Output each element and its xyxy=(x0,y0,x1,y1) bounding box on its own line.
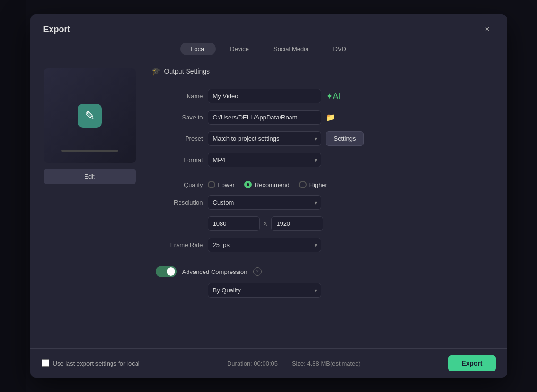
name-label: Name xyxy=(151,93,203,100)
resolution-row: Resolution Custom 1920×1080 1280×720 384… xyxy=(151,195,490,210)
edit-button[interactable]: Edit xyxy=(44,169,136,184)
close-button[interactable]: × xyxy=(481,23,494,36)
compression-mode-row: By Quality By Bitrate xyxy=(151,283,490,298)
quality-row: Quality Lower Recommend Higher xyxy=(151,181,490,188)
toggle-slider xyxy=(156,266,177,277)
tab-dvd[interactable]: DVD xyxy=(323,43,356,55)
folder-button[interactable]: 📁 xyxy=(326,113,335,122)
quality-label: Quality xyxy=(151,181,203,188)
preview-panel: ✎ Edit xyxy=(38,61,142,348)
tab-bar: Local Device Social Media DVD xyxy=(30,41,507,61)
quality-lower-option[interactable]: Lower xyxy=(208,181,235,188)
quality-recommend-option[interactable]: Recommend xyxy=(244,181,290,188)
format-select[interactable]: MP4 AVI MOV MKV GIF xyxy=(208,153,321,167)
dialog-overlay: Export × Local Device Social Media DVD ✎… xyxy=(0,0,537,392)
size-info: Size: 4.88 MB(estimated) xyxy=(292,360,361,367)
preview-icon: ✎ xyxy=(78,104,102,128)
output-settings-title: 🎓 Output Settings xyxy=(151,67,490,79)
quality-recommend-label: Recommend xyxy=(255,181,290,188)
dialog-body: ✎ Edit 🎓 Output Settings Name xyxy=(30,61,507,348)
last-export-settings-label[interactable]: Use last export settings for local xyxy=(42,359,140,367)
resolution-select-wrapper: Custom 1920×1080 1280×720 3840×2160 xyxy=(208,195,321,210)
resolution-select[interactable]: Custom 1920×1080 1280×720 3840×2160 xyxy=(208,195,321,210)
export-button[interactable]: Export xyxy=(448,355,495,371)
save-to-row: Save to 📁 xyxy=(151,110,490,125)
last-export-settings-checkbox[interactable] xyxy=(42,359,49,367)
footer-info: Duration: 00:00:05 Size: 4.88 MB(estimat… xyxy=(147,360,441,367)
advanced-compression-label: Advanced Compression xyxy=(182,268,247,275)
output-settings-icon: 🎓 xyxy=(151,67,161,76)
preset-row: Preset Match to project settings Custom … xyxy=(151,131,490,146)
save-to-input[interactable] xyxy=(208,110,321,125)
question-mark: ? xyxy=(256,269,258,274)
duration-info: Duration: 00:00:05 xyxy=(227,360,278,367)
tab-local[interactable]: Local xyxy=(180,43,216,55)
preview-progress-bar xyxy=(61,150,118,152)
quality-higher-label: Higher xyxy=(309,181,327,188)
quality-radio-group: Lower Recommend Higher xyxy=(208,181,327,188)
compression-mode-select[interactable]: By Quality By Bitrate xyxy=(208,283,321,298)
quality-higher-option[interactable]: Higher xyxy=(299,181,327,188)
quality-lower-label: Lower xyxy=(218,181,235,188)
help-icon[interactable]: ? xyxy=(253,267,262,276)
resolution-height-input[interactable] xyxy=(271,216,323,231)
frame-rate-label: Frame Rate xyxy=(151,241,203,248)
preset-select-wrapper: Match to project settings Custom YouTube… xyxy=(208,131,321,146)
dialog-header: Export × xyxy=(30,14,507,41)
format-label: Format xyxy=(151,156,203,163)
quality-higher-radio[interactable] xyxy=(299,181,307,188)
quality-lower-radio[interactable] xyxy=(208,181,215,188)
advanced-compression-toggle[interactable] xyxy=(156,266,177,277)
advanced-compression-row: Advanced Compression ? xyxy=(156,266,490,277)
frame-rate-select[interactable]: 25 fps 24 fps 30 fps 60 fps xyxy=(208,238,321,252)
quality-recommend-radio[interactable] xyxy=(244,181,252,188)
settings-button[interactable]: Settings xyxy=(326,131,364,146)
frame-rate-row: Frame Rate 25 fps 24 fps 30 fps 60 fps xyxy=(151,238,490,252)
preset-select[interactable]: Match to project settings Custom YouTube… xyxy=(208,131,321,146)
format-row: Format MP4 AVI MOV MKV GIF xyxy=(151,153,490,167)
settings-panel: 🎓 Output Settings Name ✦AI Save to xyxy=(142,61,500,348)
folder-icon: 📁 xyxy=(326,113,335,122)
save-to-label: Save to xyxy=(151,114,203,121)
resolution-x-separator: X xyxy=(264,220,268,227)
edit-icon: ✎ xyxy=(85,109,94,122)
compression-mode-select-wrapper: By Quality By Bitrate xyxy=(208,283,321,298)
tab-device[interactable]: Device xyxy=(220,43,259,55)
tab-social-media[interactable]: Social Media xyxy=(263,43,319,55)
preview-thumbnail: ✎ xyxy=(44,68,136,163)
export-dialog: Export × Local Device Social Media DVD ✎… xyxy=(30,14,507,378)
preset-label: Preset xyxy=(151,135,203,142)
ai-icon: ✦AI xyxy=(326,91,341,102)
dialog-footer: Use last export settings for local Durat… xyxy=(30,348,507,378)
output-settings-label: Output Settings xyxy=(164,68,210,75)
ai-button[interactable]: ✦AI xyxy=(326,91,341,102)
resolution-inputs-row: X xyxy=(208,216,490,231)
divider-2 xyxy=(151,259,490,259)
name-row: Name ✦AI xyxy=(151,89,490,103)
divider-1 xyxy=(151,174,490,174)
frame-rate-select-wrapper: 25 fps 24 fps 30 fps 60 fps xyxy=(208,238,321,252)
resolution-label: Resolution xyxy=(151,199,203,206)
name-input[interactable] xyxy=(208,89,321,103)
resolution-width-input[interactable] xyxy=(208,216,260,231)
dialog-title: Export xyxy=(43,25,70,34)
format-select-wrapper: MP4 AVI MOV MKV GIF xyxy=(208,153,321,167)
last-export-settings-text: Use last export settings for local xyxy=(53,360,140,367)
